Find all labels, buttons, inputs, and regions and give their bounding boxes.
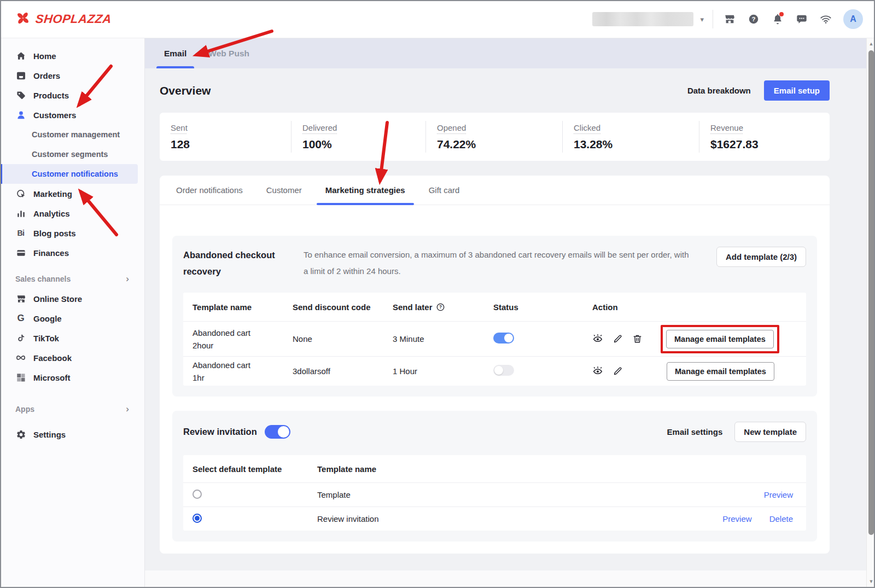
- add-template-button[interactable]: Add template (2/3): [716, 247, 806, 267]
- edit-pencil-icon[interactable]: [612, 366, 623, 376]
- help-icon[interactable]: ?: [742, 7, 766, 31]
- table-row: Template Preview: [183, 482, 806, 507]
- section-tabs: Order notifications Customer Marketing s…: [160, 176, 830, 205]
- stat-value: $1627.83: [710, 138, 830, 151]
- sidebar-item-settings[interactable]: Settings: [0, 424, 144, 444]
- status-toggle[interactable]: [493, 333, 514, 344]
- default-template-radio[interactable]: [192, 514, 202, 523]
- chevron-down-icon[interactable]: ▾: [700, 15, 704, 24]
- tab-marketing-strategies[interactable]: Marketing strategies: [317, 176, 414, 205]
- question-circle-icon[interactable]: ?: [436, 302, 445, 312]
- bell-icon[interactable]: [766, 7, 790, 31]
- sidebar-item-facebook[interactable]: Facebook: [0, 348, 144, 368]
- review-invitation-toggle[interactable]: [265, 425, 290, 439]
- storefront-icon[interactable]: [718, 7, 742, 31]
- stat-value: 74.22%: [437, 138, 562, 151]
- column-header: Send later: [393, 302, 433, 312]
- preview-link[interactable]: Preview: [722, 514, 751, 523]
- sidebar-item-home[interactable]: Home: [0, 46, 144, 66]
- manage-email-templates-button[interactable]: Manage email templates: [667, 362, 774, 381]
- store-name-blurred[interactable]: [592, 12, 693, 26]
- tiktok-icon: [15, 333, 26, 344]
- table-header-row: Select default template Template name: [183, 455, 806, 482]
- tab-email[interactable]: Email: [153, 38, 197, 68]
- email-settings-link[interactable]: Email settings: [667, 427, 723, 436]
- panel-description: To enhance email conversion, a maximum o…: [293, 247, 716, 280]
- stat-label: Opened: [437, 123, 466, 132]
- sidebar-item-customer-management[interactable]: Customer management: [0, 125, 144, 144]
- chat-icon[interactable]: [790, 7, 814, 31]
- sidebar-item-customers[interactable]: Customers: [0, 105, 144, 125]
- edit-pencil-icon[interactable]: [612, 334, 623, 344]
- scrollbar-thumb[interactable]: [868, 50, 874, 535]
- sidebar-item-products[interactable]: Products: [0, 85, 144, 105]
- preview-link[interactable]: Preview: [764, 490, 793, 499]
- email-setup-button[interactable]: Email setup: [764, 80, 830, 101]
- delete-link[interactable]: Delete: [769, 514, 793, 523]
- main-content: Email Web Push Overview Data breakdown E…: [145, 38, 875, 588]
- review-table: Select default template Template name Te…: [183, 455, 806, 531]
- tab-order-notifications[interactable]: Order notifications: [167, 176, 252, 205]
- notification-dot: [779, 12, 784, 16]
- stat-value: 13.28%: [574, 138, 699, 151]
- tab-customer[interactable]: Customer: [258, 176, 311, 205]
- sidebar-item-analytics[interactable]: Analytics: [0, 203, 144, 223]
- google-icon: G: [15, 313, 26, 324]
- sidebar-item-label: Marketing: [33, 189, 72, 199]
- send-later-value: 3 Minute: [383, 334, 484, 344]
- avatar[interactable]: A: [843, 9, 863, 29]
- manage-email-templates-button[interactable]: Manage email templates: [666, 330, 774, 348]
- sidebar-item-label: Settings: [33, 430, 66, 439]
- sidebar-section-sales-channels[interactable]: Sales channels ›: [0, 269, 144, 289]
- template-name: Abandoned cart 1hr: [183, 359, 283, 384]
- sidebar-section-apps[interactable]: Apps ›: [0, 399, 144, 419]
- stat-value: 128: [171, 138, 291, 151]
- sidebar-item-label: Google: [33, 314, 62, 323]
- person-icon: [15, 109, 26, 120]
- sidebar-item-finances[interactable]: Finances: [0, 243, 144, 263]
- abandoned-table: Template name Send discount code Send la…: [183, 293, 806, 386]
- annotation-red-box: Manage email templates: [661, 325, 779, 353]
- sidebar-item-customer-notifications[interactable]: Customer notifications: [0, 164, 138, 184]
- stat-label: Clicked: [574, 123, 600, 132]
- status-toggle[interactable]: [493, 365, 514, 376]
- preview-eye-icon[interactable]: [592, 334, 603, 345]
- storefront-icon: [15, 293, 26, 304]
- sidebar-item-orders[interactable]: Orders: [0, 66, 144, 85]
- card-icon: [15, 247, 26, 258]
- sidebar-item-customer-segments[interactable]: Customer segments: [0, 144, 144, 164]
- scrollbar-up-arrow[interactable]: ▲: [867, 41, 875, 46]
- sidebar-item-microsoft[interactable]: Microsoft: [0, 368, 144, 387]
- vertical-scrollbar[interactable]: ▲ ▼: [866, 38, 875, 588]
- preview-eye-icon[interactable]: [592, 366, 603, 377]
- stat-value: 100%: [302, 138, 425, 151]
- tab-web-push[interactable]: Web Push: [197, 38, 260, 68]
- column-header: Select default template: [183, 464, 317, 474]
- wifi-icon[interactable]: [814, 7, 838, 31]
- new-template-button[interactable]: New template: [734, 422, 806, 442]
- svg-text:?: ?: [752, 16, 756, 22]
- tab-label: Gift card: [429, 185, 460, 195]
- sidebar-item-blog-posts[interactable]: Bi Blog posts: [0, 223, 144, 243]
- data-breakdown-link[interactable]: Data breakdown: [687, 86, 751, 95]
- tab-gift-card[interactable]: Gift card: [420, 176, 469, 205]
- column-header-send-later: Send later ?: [383, 302, 484, 312]
- table-row: Abandoned cart 1hr 3dollarsoff 1 Hour Ma…: [183, 356, 806, 386]
- sidebar-item-label: Home: [33, 51, 56, 61]
- sidebar-subitem-label: Customer segments: [32, 150, 108, 159]
- bottom-strip: [145, 570, 866, 587]
- sidebar-subitem-label: Customer notifications: [32, 170, 118, 178]
- tab-label: Order notifications: [176, 185, 243, 195]
- stat-label: Delivered: [302, 123, 337, 132]
- sidebar-item-label: Finances: [33, 248, 69, 258]
- header-divider: [713, 10, 713, 28]
- sidebar-item-online-store[interactable]: Online Store: [0, 289, 144, 308]
- sidebar-item-marketing[interactable]: Marketing: [0, 184, 144, 203]
- default-template-radio[interactable]: [192, 490, 202, 499]
- delete-trash-icon[interactable]: [632, 334, 643, 344]
- sidebar-item-google[interactable]: G Google: [0, 308, 144, 328]
- tag-icon: [15, 90, 26, 101]
- tab-label: Marketing strategies: [325, 185, 405, 195]
- sidebar-item-tiktok[interactable]: TikTok: [0, 328, 144, 348]
- scrollbar-down-arrow[interactable]: ▼: [867, 579, 875, 584]
